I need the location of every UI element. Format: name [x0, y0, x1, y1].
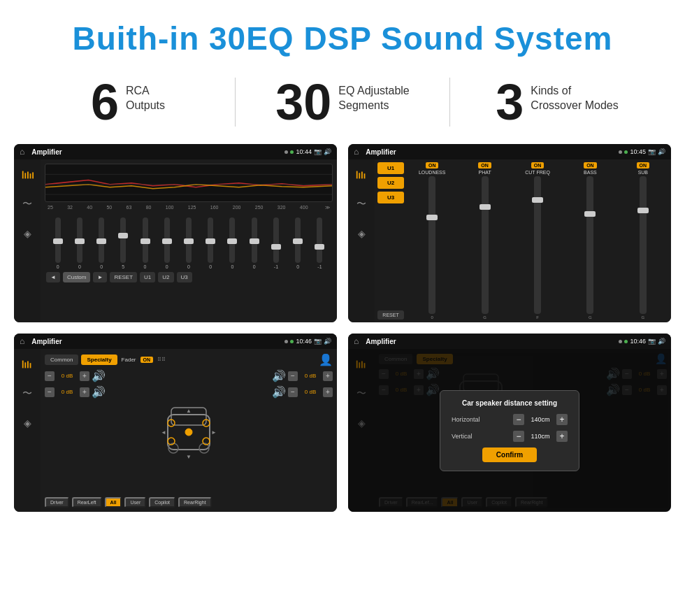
eq-sidebar-wave[interactable]: 〜: [17, 194, 37, 214]
dsp-reset-button[interactable]: RESET: [377, 310, 404, 320]
cross-user-button[interactable]: User: [124, 497, 146, 508]
eq-status-bar: ⌂ Amplifier 10:44 📷 🔊: [14, 144, 337, 159]
header: Buith-in 30EQ DSP Sound System: [0, 0, 685, 70]
eq-prev-button[interactable]: ◄: [46, 272, 60, 282]
dialog-horizontal-plus[interactable]: +: [556, 414, 568, 425]
cross-side-icons: 〜 ◈: [14, 349, 41, 512]
svg-rect-10: [361, 172, 363, 179]
cross-rearleft-button[interactable]: RearLeft: [72, 497, 102, 508]
cross-right-db1-value: 0 dB: [300, 373, 321, 379]
dialog-horizontal-minus[interactable]: −: [513, 414, 524, 425]
eq-custom-button[interactable]: Custom: [63, 272, 91, 282]
cross-sidebar-speaker[interactable]: ◈: [17, 413, 37, 433]
cross-left-db1-plus[interactable]: +: [80, 371, 89, 381]
cross-dot-1: [284, 340, 288, 343]
cross-left-db2-plus[interactable]: +: [80, 387, 89, 397]
svg-rect-14: [27, 361, 29, 368]
eq-sidebar-eq[interactable]: [17, 165, 37, 185]
stat-divider-1: [235, 78, 236, 127]
svg-rect-11: [364, 173, 366, 178]
sub-value: G: [641, 315, 644, 320]
stat-divider-2: [449, 78, 450, 127]
cross-right-db2-minus[interactable]: −: [288, 387, 298, 397]
eq-slider-1: 0: [48, 217, 68, 269]
cross-right-controls: 🔊 − 0 dB + 🔊 − 0 dB +: [270, 369, 333, 494]
cross-main-area: Common Specialty Fader ON ⠿⠿ 👤 −: [41, 349, 337, 512]
cross-tab-common[interactable]: Common: [45, 354, 78, 365]
cutfreq-slider[interactable]: [534, 176, 541, 314]
dsp-preset-u3[interactable]: U3: [377, 192, 404, 203]
cross-right-db2: 🔊 − 0 dB +: [272, 385, 333, 399]
eq-u1-button[interactable]: U1: [140, 272, 155, 282]
bass-on-badge: ON: [584, 162, 597, 169]
speaker-rear-left-icon: 🔊: [92, 385, 106, 399]
cross-left-db1-minus[interactable]: −: [45, 371, 55, 381]
loudness-slider[interactable]: [428, 176, 435, 314]
cross-right-db1-minus[interactable]: −: [288, 371, 298, 381]
dsp-preset-u2[interactable]: U2: [377, 177, 404, 189]
phat-value: G: [483, 315, 486, 320]
cross-status-icons: 10:46 📷 🔊: [284, 338, 331, 345]
dsp-app-title: Amplifier: [366, 148, 614, 156]
dsp-sidebar-eq[interactable]: [352, 165, 371, 185]
dsp-sidebar-wave[interactable]: 〜: [352, 194, 371, 214]
cross-sidebar-eq[interactable]: [17, 354, 37, 374]
cross-right-db2-plus[interactable]: +: [323, 387, 333, 397]
dialog-vertical-minus[interactable]: −: [513, 431, 524, 442]
cross-right-db1-plus[interactable]: +: [323, 371, 333, 381]
dsp-screen-content: 〜 ◈ U1 U2 U3 RESET ON LOUDNESS 0: [348, 159, 671, 322]
confirm-button[interactable]: Confirm: [482, 447, 537, 462]
eq-screen-content: 〜 ◈ 25: [14, 159, 337, 322]
dsp-dot-2: [624, 150, 628, 154]
car-diagram-svg: ▲ ▼ ◄ ►: [154, 401, 224, 464]
bass-name: BASS: [584, 170, 597, 175]
cross-rearright-button[interactable]: RearRight: [178, 497, 212, 508]
dsp-camera-icon: 📷: [648, 148, 656, 155]
eq-sidebar-speaker[interactable]: ◈: [17, 224, 37, 243]
cross-copilot-button[interactable]: Copilot: [149, 497, 175, 508]
eq-slider-13: -1: [310, 217, 330, 269]
stat-rca: 6 RCA Outputs: [28, 77, 228, 127]
screen-eq: ⌂ Amplifier 10:44 📷 🔊 〜 ◈: [14, 144, 337, 322]
dist-screen-content: 〜 ◈ Common Specialty 👤 − 0 dB +: [348, 349, 671, 512]
phat-name: PHAT: [479, 170, 491, 175]
cross-left-db2-minus[interactable]: −: [45, 387, 55, 397]
cross-body: − 0 dB + 🔊 − 0 dB + 🔊: [45, 369, 333, 494]
dsp-sidebar-speaker[interactable]: ◈: [352, 224, 371, 243]
eq-slider-5: 0: [135, 217, 155, 269]
cross-all-button[interactable]: All: [105, 497, 122, 508]
cross-left-db1: − 0 dB + 🔊: [45, 369, 108, 382]
cross-tab-specialty[interactable]: Specialty: [81, 354, 117, 365]
cutfreq-name: CUT FREQ: [525, 170, 550, 175]
dsp-channels: ON LOUDNESS 0 ON PHAT G ON: [407, 162, 668, 320]
dsp-volume-icon: 🔊: [658, 148, 665, 155]
eq-u2-button[interactable]: U2: [158, 272, 173, 282]
svg-rect-3: [30, 173, 31, 178]
eq-u3-button[interactable]: U3: [177, 272, 192, 282]
stat-crossover-label: Kinds of Crossover Modes: [531, 77, 618, 113]
cross-tabs: Common Specialty: [45, 354, 117, 365]
phat-slider[interactable]: [482, 176, 489, 314]
stat-rca-number: 6: [91, 77, 119, 127]
dialog-horizontal-value: 140cm: [527, 416, 554, 423]
cross-driver-button[interactable]: Driver: [45, 497, 69, 508]
cross-sidebar-wave[interactable]: 〜: [17, 384, 37, 403]
loudness-name: LOUDNESS: [419, 170, 446, 175]
dist-app-title: Amplifier: [366, 338, 614, 345]
cross-settings-icon[interactable]: 👤: [319, 353, 333, 366]
dsp-preset-u1[interactable]: U1: [377, 162, 404, 174]
eq-slider-8: 0: [201, 217, 221, 269]
dialog-vertical-plus[interactable]: +: [556, 431, 568, 442]
dsp-channel-bass: ON BASS G: [565, 162, 615, 320]
loudness-on-badge: ON: [426, 162, 439, 169]
home-icon: ⌂: [20, 147, 24, 157]
eq-reset-button[interactable]: RESET: [110, 272, 137, 282]
dsp-presets: U1 U2 U3 RESET: [377, 162, 404, 320]
eq-next-button[interactable]: ►: [93, 272, 107, 282]
bass-slider[interactable]: [586, 176, 593, 314]
cross-right-db2-value: 0 dB: [300, 389, 321, 395]
dialog-horizontal-row: Horizontal − 140cm +: [452, 414, 568, 425]
fader-label: Fader: [122, 357, 136, 363]
sub-slider[interactable]: [640, 176, 647, 314]
screenshots-grid: ⌂ Amplifier 10:44 📷 🔊 〜 ◈: [0, 144, 685, 526]
